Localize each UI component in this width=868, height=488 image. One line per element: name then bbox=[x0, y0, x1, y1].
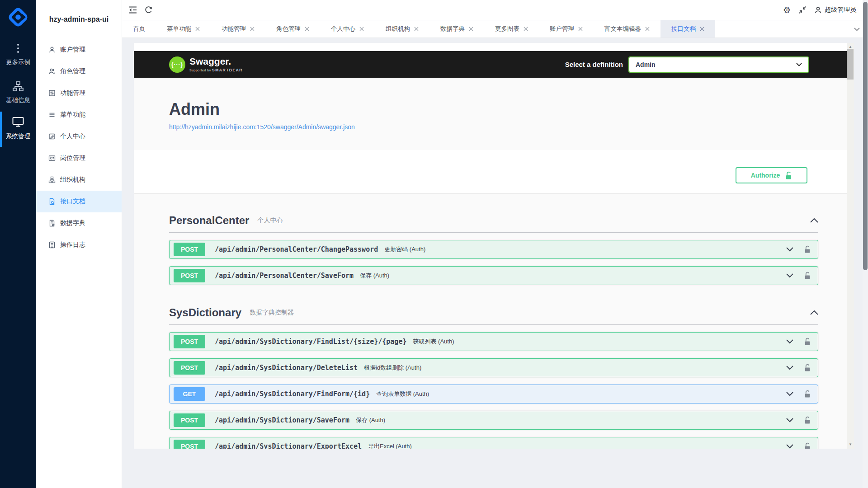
close-icon[interactable] bbox=[645, 27, 650, 31]
method-badge: POST bbox=[174, 269, 205, 282]
sidebar-item-menus[interactable]: 菜单功能 bbox=[36, 104, 122, 126]
swagger-topbar: {···} Swagger. Supported by SMARTBEAR Se… bbox=[134, 51, 854, 78]
definition-select[interactable]: Admin bbox=[628, 56, 809, 73]
tab-options-chevron-icon[interactable] bbox=[854, 20, 860, 38]
diamond-logo-icon bbox=[8, 7, 28, 28]
sidebar-item-personal-center[interactable]: 个人中心 bbox=[36, 126, 122, 147]
menu-lines-icon bbox=[48, 111, 56, 118]
operation-path: /api/admin/PersonalCenter/SaveForm bbox=[215, 272, 354, 280]
operation-row[interactable]: POST /api/admin/SysDictionary/FindList/{… bbox=[169, 332, 818, 351]
chevron-down-icon[interactable] bbox=[786, 392, 793, 396]
close-icon[interactable] bbox=[359, 27, 364, 31]
close-icon[interactable] bbox=[469, 27, 473, 31]
auth-lock-icon[interactable] bbox=[804, 416, 811, 424]
operation-row[interactable]: GET /api/admin/SysDictionary/FindForm/{i… bbox=[169, 385, 818, 404]
operation-row[interactable]: POST /api/admin/PersonalCenter/SaveForm … bbox=[169, 266, 818, 285]
settings-gear-icon[interactable]: ⚙ bbox=[783, 6, 791, 14]
close-icon[interactable] bbox=[578, 27, 583, 31]
tab-organization[interactable]: 组织机构 bbox=[375, 20, 429, 38]
chevron-down-icon[interactable] bbox=[786, 339, 793, 344]
chevron-down-icon[interactable] bbox=[786, 273, 793, 278]
auth-lock-icon[interactable] bbox=[804, 364, 811, 372]
operation-row[interactable]: POST /api/admin/SysDictionary/ExportExce… bbox=[169, 437, 818, 449]
tab-label: 接口文档 bbox=[671, 25, 696, 33]
page-scrollbar[interactable] bbox=[863, 0, 868, 488]
sidebar-item-functions[interactable]: 功能管理 bbox=[36, 82, 122, 104]
chevron-down-icon[interactable] bbox=[786, 366, 793, 370]
scroll-down-arrow-icon[interactable]: ▼ bbox=[847, 441, 854, 447]
sidebar-item-label: 功能管理 bbox=[60, 89, 85, 97]
tab-bar: 首页 菜单功能 功能管理 角色管理 个人中心 组织机构 数据字典 更多图表 账户… bbox=[122, 20, 868, 38]
iframe-scrollbar[interactable]: ▲ ▼ bbox=[847, 43, 854, 449]
operation-row[interactable]: POST /api/admin/SysDictionary/DeleteList… bbox=[169, 358, 818, 377]
sidebar-item-operation-log[interactable]: 操作日志 bbox=[36, 234, 122, 256]
operation-path: /api/admin/SysDictionary/SaveForm bbox=[215, 416, 349, 424]
chevron-up-icon[interactable] bbox=[810, 218, 818, 223]
rail-item-label: 更多示例 bbox=[6, 58, 30, 66]
auth-lock-icon[interactable] bbox=[804, 338, 811, 346]
chevron-down-icon[interactable] bbox=[786, 444, 793, 449]
rail-item-system-management[interactable]: 系统管理 bbox=[0, 117, 36, 141]
monitor-icon bbox=[12, 117, 24, 127]
section-name: PersonalCenter bbox=[169, 214, 249, 227]
section-header-personalcenter[interactable]: PersonalCenter 个人中心 bbox=[169, 208, 818, 233]
iframe-scrollbar-thumb[interactable] bbox=[847, 49, 854, 80]
fullscreen-compress-icon[interactable] bbox=[798, 6, 807, 14]
tab-api-docs[interactable]: 接口文档 bbox=[660, 20, 715, 38]
tab-home[interactable]: 首页 bbox=[122, 20, 156, 38]
sidebar-item-positions[interactable]: 岗位管理 bbox=[36, 147, 122, 169]
tab-personal-center[interactable]: 个人中心 bbox=[320, 20, 375, 38]
sidebar-item-organization[interactable]: 组织机构 bbox=[36, 169, 122, 191]
close-icon[interactable] bbox=[414, 27, 419, 31]
tab-more-charts[interactable]: 更多图表 bbox=[484, 20, 539, 38]
app-title: hzy-admin-spa-ui bbox=[36, 0, 122, 39]
close-icon[interactable] bbox=[700, 27, 704, 31]
sidebar-item-accounts[interactable]: 账户管理 bbox=[36, 39, 122, 61]
chevron-down-icon[interactable] bbox=[786, 418, 793, 422]
tab-roles[interactable]: 角色管理 bbox=[265, 20, 320, 38]
close-icon[interactable] bbox=[524, 27, 528, 31]
tab-label: 功能管理 bbox=[222, 25, 246, 33]
sidebar-item-label: 组织机构 bbox=[60, 176, 85, 184]
sidebar-item-api-docs[interactable]: 接口文档 bbox=[36, 191, 122, 212]
tab-functions[interactable]: 功能管理 bbox=[211, 20, 265, 38]
chevron-up-icon[interactable] bbox=[810, 310, 818, 315]
method-badge: POST bbox=[174, 243, 205, 256]
close-icon[interactable] bbox=[305, 27, 309, 31]
swagger-supported-by: Supported by SMARTBEAR bbox=[189, 68, 243, 72]
page-scrollbar-thumb[interactable] bbox=[863, 2, 868, 270]
api-title: Admin bbox=[169, 100, 854, 118]
tab-rich-text-editor[interactable]: 富文本编辑器 bbox=[594, 20, 660, 38]
chevron-down-icon[interactable] bbox=[786, 247, 793, 252]
auth-lock-icon[interactable] bbox=[804, 442, 811, 449]
operation-path: /api/admin/PersonalCenter/ChangePassword bbox=[215, 245, 378, 253]
tab-dictionary[interactable]: 数据字典 bbox=[429, 20, 484, 38]
operation-row[interactable]: POST /api/admin/PersonalCenter/ChangePas… bbox=[169, 240, 818, 259]
sidebar-item-dictionary[interactable]: 数据字典 bbox=[36, 212, 122, 234]
sidebar-fold-icon[interactable] bbox=[128, 6, 137, 14]
edit-square-icon bbox=[48, 133, 56, 140]
swagger-brand-text: Swagger. bbox=[189, 56, 243, 66]
operation-row[interactable]: POST /api/admin/SysDictionary/SaveForm 保… bbox=[169, 411, 818, 430]
tab-accounts[interactable]: 账户管理 bbox=[539, 20, 594, 38]
section-header-sysdictionary[interactable]: SysDictionary 数据字典控制器 bbox=[169, 300, 818, 325]
sidebar-item-label: 角色管理 bbox=[60, 67, 85, 75]
app-rail: 更多示例 基础信息 系统管理 bbox=[0, 0, 36, 488]
tab-menus[interactable]: 菜单功能 bbox=[156, 20, 211, 38]
auth-lock-icon[interactable] bbox=[804, 245, 811, 253]
tab-label: 账户管理 bbox=[550, 25, 574, 33]
swagger-info: Admin http://hzyadmin.milaizhijie.com:15… bbox=[134, 78, 854, 150]
sidebar-item-roles[interactable]: 角色管理 bbox=[36, 61, 122, 82]
rail-item-basic-info[interactable]: 基础信息 bbox=[0, 81, 36, 104]
rail-item-more-examples[interactable]: 更多示例 bbox=[0, 43, 36, 66]
spec-url-link[interactable]: http://hzyadmin.milaizhijie.com:1520/swa… bbox=[169, 123, 355, 131]
auth-lock-icon[interactable] bbox=[804, 390, 811, 398]
swagger-logo: {···} Swagger. Supported by SMARTBEAR bbox=[169, 56, 243, 73]
method-badge: POST bbox=[174, 440, 205, 449]
close-icon[interactable] bbox=[250, 27, 255, 31]
refresh-icon[interactable] bbox=[144, 6, 153, 14]
authorize-button[interactable]: Authorize bbox=[736, 167, 807, 183]
auth-lock-icon[interactable] bbox=[804, 272, 811, 280]
user-menu[interactable]: 超级管理员 bbox=[814, 6, 856, 14]
close-icon[interactable] bbox=[195, 27, 200, 31]
